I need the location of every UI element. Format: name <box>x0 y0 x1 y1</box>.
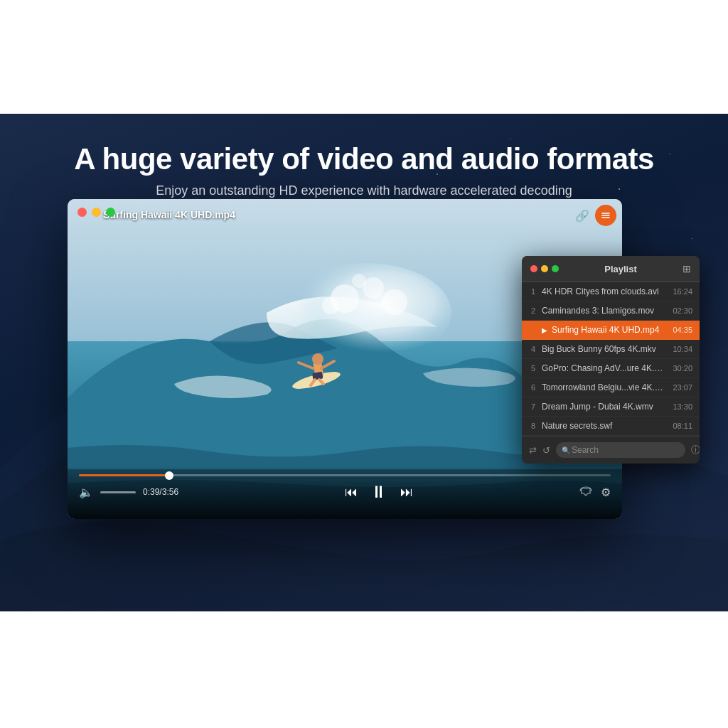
playlist-info-button[interactable]: ⓘ <box>691 444 700 456</box>
playlist-item[interactable]: 1 ▶ 4K HDR Cityes from clouds.avi 16:24 <box>522 282 700 301</box>
item-number: 5 <box>529 364 537 373</box>
item-filename: GoPro: Chasing AdV...ure 4K.mp4 <box>542 363 668 373</box>
progress-container[interactable] <box>79 466 611 476</box>
playlist-toggle-button[interactable] <box>595 205 616 226</box>
progress-track[interactable] <box>79 474 611 476</box>
bottom-strip <box>0 611 728 728</box>
item-duration: 10:34 <box>673 345 692 353</box>
chain-link-icon[interactable]: 🔗 <box>575 209 589 223</box>
controls-right: ⚙ <box>579 486 611 499</box>
playlist-item[interactable]: 8 ▶ Nature secrets.swf 08:11 <box>522 417 700 436</box>
window-traffic-lights <box>77 208 115 217</box>
traffic-light-green[interactable] <box>106 208 115 217</box>
playlist-item[interactable]: 2 ▶ Caminandes 3: Llamigos.mov 02:30 <box>522 301 700 321</box>
item-filename: Nature secrets.swf <box>542 421 668 431</box>
playlist-header: Playlist ⊞ <box>522 256 700 282</box>
controls-row: 🔈 0:39/3:56 ⏮ ⏸ ⏭ <box>79 482 611 502</box>
item-number: 1 <box>529 287 537 296</box>
item-duration: 08:11 <box>673 422 692 430</box>
svg-point-8 <box>352 274 366 288</box>
playlist-search-input[interactable] <box>556 442 685 458</box>
item-filename: Dream Jump - Dubai 4K.wmv <box>542 402 668 412</box>
item-number: 4 <box>529 345 537 353</box>
item-filename: Big Buck Bunny 60fps 4K.mkv <box>542 344 668 354</box>
svg-point-12 <box>312 353 323 365</box>
item-filename: 4K HDR Cityes from clouds.avi <box>542 287 668 296</box>
item-number: 6 <box>529 383 537 392</box>
item-duration: 23:07 <box>673 383 692 392</box>
playlist-tl-yellow[interactable] <box>541 265 548 272</box>
item-duration: 02:30 <box>673 306 692 315</box>
next-button[interactable]: ⏭ <box>400 485 413 500</box>
shuffle-button[interactable]: ⇄ <box>529 445 537 456</box>
progress-fill <box>79 474 169 476</box>
item-duration: 16:24 <box>673 287 692 296</box>
progress-thumb <box>165 471 173 480</box>
playlist-footer: ⇄ ↺ 🔍 ⓘ <box>522 436 700 464</box>
playlist-item[interactable]: 4 ▶ Big Buck Bunny 60fps 4K.mkv 10:34 <box>522 340 700 359</box>
item-duration: 30:20 <box>673 364 692 373</box>
controls-bar: 🔈 0:39/3:56 ⏮ ⏸ ⏭ <box>68 466 622 519</box>
svg-point-6 <box>382 289 407 315</box>
traffic-light-red[interactable] <box>77 208 87 217</box>
time-display: 0:39/3:56 <box>143 487 178 497</box>
playlist-tl-red[interactable] <box>530 265 537 272</box>
hero-title: A huge variety of video and audio format… <box>0 142 728 176</box>
item-duration: 04:35 <box>673 326 692 334</box>
svg-point-7 <box>322 297 339 314</box>
main-background: A huge variety of video and audio format… <box>0 114 728 611</box>
video-title-overlay: Surfing Hawaii 4K UHD.mp4 <box>103 209 235 220</box>
controls-center: ⏮ ⏸ ⏭ <box>345 482 413 502</box>
controls-left: 🔈 0:39/3:56 <box>79 486 178 499</box>
airplay-button[interactable] <box>579 486 592 498</box>
item-filename: Tomorrowland Belgiu...vie 4K.mkv <box>542 382 668 392</box>
traffic-light-yellow[interactable] <box>92 208 101 217</box>
playlist-items-list: 1 ▶ 4K HDR Cityes from clouds.avi 16:24 … <box>522 282 700 436</box>
hero-subtitle: Enjoy an outstanding HD experience with … <box>0 183 728 198</box>
playlist-traffic-lights <box>530 265 559 272</box>
item-number: 8 <box>529 422 537 430</box>
item-number: 7 <box>529 402 537 411</box>
item-duration: 13:30 <box>673 402 692 411</box>
repeat-button[interactable]: ↺ <box>542 445 550 456</box>
playlist-item[interactable]: 7 ▶ Dream Jump - Dubai 4K.wmv 13:30 <box>522 397 700 417</box>
previous-button[interactable]: ⏮ <box>345 485 358 500</box>
playlist-panel: Playlist ⊞ 1 ▶ 4K HDR Cityes from clouds… <box>522 256 700 464</box>
playlist-item[interactable]: 5 ▶ GoPro: Chasing AdV...ure 4K.mp4 30:2… <box>522 359 700 378</box>
volume-button[interactable]: 🔈 <box>79 486 93 499</box>
play-pause-button[interactable]: ⏸ <box>370 482 387 502</box>
svg-point-3 <box>281 263 451 363</box>
search-icon: 🔍 <box>562 446 570 454</box>
playlist-title: Playlist <box>604 264 637 274</box>
top-strip <box>0 0 728 114</box>
item-filename: Caminandes 3: Llamigos.mov <box>542 306 668 316</box>
playlist-item-active[interactable]: ▶ Surfing Hawaii 4K UHD.mp4 04:35 <box>522 321 700 340</box>
playlist-item[interactable]: 6 ▶ Tomorrowland Belgiu...vie 4K.mkv 23:… <box>522 378 700 397</box>
playing-indicator: ▶ <box>542 326 547 334</box>
volume-bar[interactable] <box>100 491 136 493</box>
search-wrapper: 🔍 <box>556 442 685 458</box>
video-top-controls: 🔗 <box>575 205 616 226</box>
hero-section: A huge variety of video and audio format… <box>0 142 728 198</box>
item-filename: Surfing Hawaii 4K UHD.mp4 <box>552 325 668 335</box>
total-time: 3:56 <box>162 487 178 497</box>
current-time: 0:39 <box>143 487 159 497</box>
playlist-tl-green[interactable] <box>552 265 559 272</box>
item-number: 2 <box>529 306 537 315</box>
playlist-add-button[interactable]: ⊞ <box>682 263 691 274</box>
settings-button[interactable]: ⚙ <box>601 486 611 499</box>
